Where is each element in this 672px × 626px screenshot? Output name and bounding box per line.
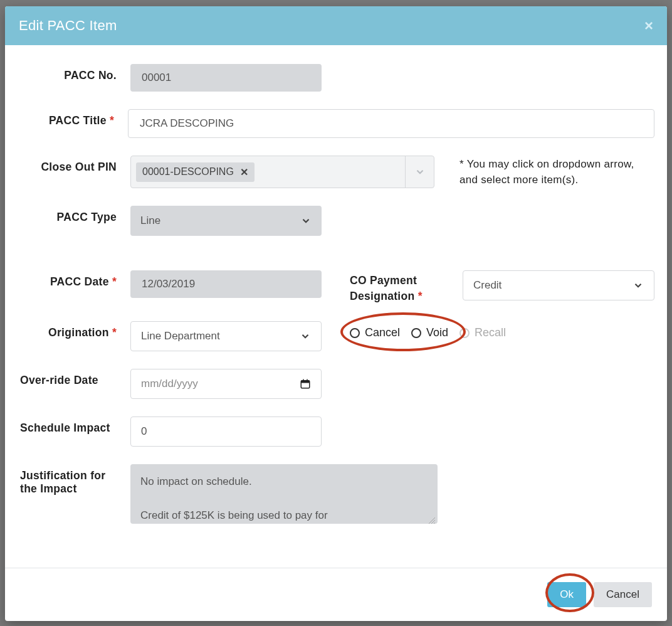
modal-footer: Ok Cancel	[5, 568, 667, 621]
pacc-title-input[interactable]	[128, 109, 654, 138]
schedule-impact-label: Schedule Impact	[18, 416, 130, 435]
radio-icon	[350, 328, 360, 338]
chevron-down-icon	[414, 166, 426, 178]
void-radio[interactable]: Void	[411, 326, 448, 339]
pacc-date-label: PACC Date *	[18, 270, 130, 289]
svg-line-6	[434, 523, 435, 524]
justification-label: Justification for the Impact	[18, 464, 130, 496]
close-out-pin-label: Close Out PIN	[18, 156, 130, 174]
calendar-icon	[300, 378, 311, 390]
recall-radio: Recall	[459, 326, 506, 339]
chip-remove-icon[interactable]: ✕	[240, 166, 248, 178]
cancel-button[interactable]: Cancel	[594, 582, 652, 607]
modal-body: PACC No. 00001 PACC Title * Close Out PI…	[5, 45, 667, 568]
chevron-down-icon	[300, 331, 311, 342]
radio-icon	[459, 328, 470, 338]
close-out-pin-helper: * You may click on dropdown arrow, and s…	[459, 156, 648, 188]
schedule-impact-input[interactable]	[130, 416, 322, 447]
edit-pacc-modal: Edit PACC Item × PACC No. 00001 PACC Tit…	[5, 6, 667, 621]
justification-textarea[interactable]	[130, 464, 438, 524]
modal-title: Edit PACC Item	[19, 18, 117, 34]
cancel-radio[interactable]: Cancel	[350, 326, 400, 339]
override-date-label: Over-ride Date	[18, 369, 130, 387]
pacc-title-label: PACC Title *	[18, 109, 128, 127]
pacc-no-value: 00001	[130, 64, 322, 92]
origination-label: Origination *	[18, 321, 130, 339]
pacc-no-label: PACC No.	[18, 64, 130, 82]
override-date-input[interactable]: mm/dd/yyyy	[130, 369, 322, 399]
pacc-type-label: PACC Type	[18, 206, 130, 224]
close-out-pin-multiselect[interactable]: 00001-DESCOPING ✕	[130, 156, 434, 188]
close-icon[interactable]: ×	[644, 18, 653, 33]
chevron-down-icon	[300, 215, 312, 226]
override-date-placeholder: mm/dd/yyyy	[141, 378, 198, 390]
close-out-pin-chip: 00001-DESCOPING ✕	[136, 162, 255, 182]
chevron-down-icon	[633, 280, 644, 291]
co-payment-select[interactable]: Credit	[463, 270, 654, 300]
modal-header: Edit PACC Item ×	[5, 6, 667, 45]
pacc-type-select[interactable]: Line	[130, 206, 322, 236]
origination-select[interactable]: Line Department	[130, 321, 322, 351]
pacc-date-value: 12/03/2019	[130, 270, 322, 298]
radio-icon	[411, 328, 421, 338]
resize-handle-icon[interactable]	[428, 516, 435, 524]
co-payment-label: CO Payment Designation *	[350, 270, 463, 304]
multiselect-dropdown-toggle[interactable]	[405, 156, 434, 188]
ok-button[interactable]: Ok	[547, 582, 586, 607]
svg-rect-1	[301, 381, 310, 383]
